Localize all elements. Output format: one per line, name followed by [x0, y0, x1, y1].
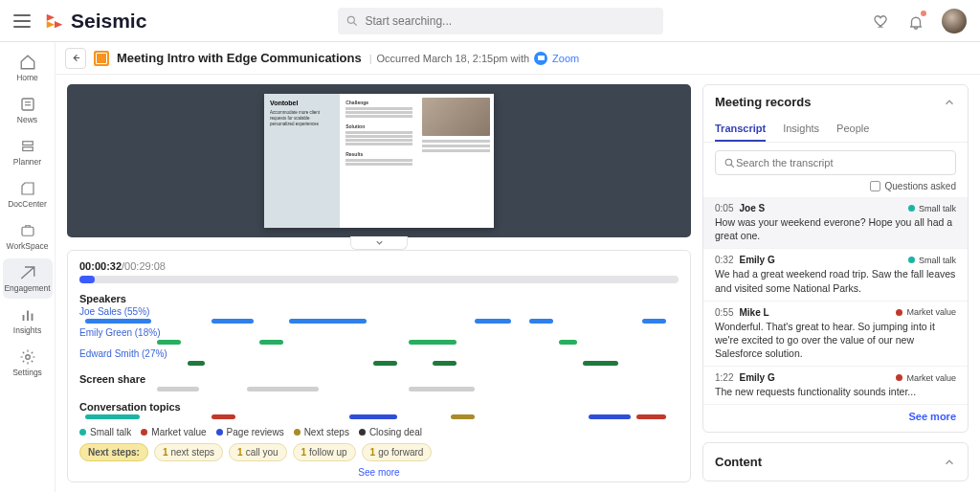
transcript-entry[interactable]: 0:55Mike LMarket valueWonderful. That's … — [703, 302, 968, 368]
nav-label: Insights — [13, 325, 41, 335]
svg-rect-5 — [22, 142, 33, 145]
planner-icon — [19, 138, 36, 155]
svg-line-13 — [731, 165, 734, 168]
content-collapse[interactable] — [943, 456, 956, 469]
arrow-left-icon — [71, 53, 81, 63]
nav-label: Engagement — [4, 283, 50, 293]
chip-header: Next steps: — [79, 443, 148, 461]
home-icon — [19, 54, 36, 71]
search-icon — [724, 157, 736, 169]
engagement-icon — [19, 264, 36, 281]
transcript-entry[interactable]: 0:05Joe SSmall talkHow was your weekend … — [703, 197, 968, 249]
notifications-icon[interactable] — [907, 12, 924, 30]
left-nav: HomeNewsPlannerDocCenterWorkSpaceEngagem… — [0, 42, 56, 492]
timeline-see-more[interactable]: See more — [79, 467, 679, 478]
nav-home[interactable]: Home — [3, 48, 53, 88]
nav-settings[interactable]: Settings — [3, 343, 53, 383]
legend-item: Page reviews — [216, 427, 284, 437]
menu-toggle[interactable] — [13, 12, 31, 30]
timeline-panel: 00:00:32/00:29:08 Speakers Joe Sales (55… — [67, 250, 691, 482]
transcript-see-more[interactable]: See more — [703, 405, 968, 432]
content-title: Content — [715, 455, 762, 469]
tab-people[interactable]: People — [836, 117, 869, 142]
zoom-icon — [534, 52, 547, 65]
speaker-link[interactable]: Joe Sales (55%) — [79, 306, 679, 317]
user-avatar[interactable] — [942, 9, 967, 34]
legend-item: Next steps — [294, 427, 349, 437]
screen-share-track — [79, 387, 679, 391]
document-thumbnail[interactable]: Vontobel Accommodate more client request… — [264, 94, 494, 228]
meeting-badge-icon — [94, 51, 109, 66]
next-step-chip[interactable]: 1follow up — [293, 443, 356, 461]
tab-insights[interactable]: Insights — [783, 117, 819, 142]
meeting-occurrence: | Occurred March 18, 2:15pm with Zoom — [369, 52, 580, 65]
svg-line-1 — [354, 22, 357, 25]
meeting-records-card: Meeting records TranscriptInsightsPeople… — [702, 84, 969, 433]
speaker-track — [79, 361, 679, 366]
next-steps-chips: Next steps:1next steps1call you1follow u… — [79, 443, 679, 461]
svg-rect-6 — [22, 147, 33, 151]
nav-insights[interactable]: Insights — [3, 301, 53, 341]
scrubber[interactable] — [79, 276, 679, 283]
transcript-search[interactable] — [715, 150, 956, 175]
svg-rect-7 — [22, 227, 33, 235]
legend-item: Closing deal — [359, 427, 422, 437]
favorites-icon[interactable] — [873, 12, 890, 30]
topics-legend: Small talkMarket valuePage reviewsNext s… — [79, 427, 679, 437]
svg-point-12 — [725, 159, 732, 166]
svg-rect-2 — [22, 99, 33, 110]
transcript-search-input[interactable] — [736, 157, 947, 168]
news-icon — [19, 96, 36, 113]
topics-track — [79, 414, 679, 419]
nav-label: News — [17, 115, 37, 124]
logo-icon — [44, 11, 65, 32]
nav-label: Settings — [12, 368, 42, 377]
playhead-time: 00:00:32/00:29:08 — [79, 260, 679, 272]
content-card: Content — [702, 442, 969, 481]
brand-logo[interactable]: Seismic — [44, 10, 146, 33]
workspace-icon — [19, 222, 36, 239]
nav-label: DocCenter — [8, 199, 47, 209]
records-collapse[interactable] — [943, 96, 956, 109]
nav-label: Home — [16, 73, 38, 82]
nav-news[interactable]: News — [3, 90, 53, 130]
collapse-preview-toggle[interactable] — [350, 236, 408, 250]
records-title: Meeting records — [715, 95, 811, 109]
next-step-chip[interactable]: 1call you — [229, 443, 286, 461]
transcript-entry[interactable]: 0:32Emily GSmall talkWe had a great week… — [703, 249, 968, 301]
checkbox-icon — [870, 181, 880, 191]
svg-point-11 — [25, 355, 30, 360]
nav-label: WorkSpace — [7, 241, 49, 251]
speaker-link[interactable]: Edward Smith (27%) — [79, 348, 679, 359]
brand-name: Seismic — [71, 10, 146, 33]
back-button[interactable] — [65, 48, 86, 69]
legend-item: Small talk — [79, 427, 131, 437]
transcript-entry[interactable]: 1:22Emily GMarket valueThe new requests … — [703, 367, 968, 405]
settings-icon — [19, 348, 36, 366]
search-input[interactable] — [365, 14, 656, 28]
speaker-link[interactable]: Emily Green (18%) — [79, 327, 679, 338]
nav-doccenter[interactable]: DocCenter — [3, 174, 53, 214]
search-icon — [345, 14, 359, 28]
speaker-track — [79, 319, 679, 324]
nav-engagement[interactable]: Engagement — [3, 258, 53, 299]
next-step-chip[interactable]: 1go forward — [362, 443, 433, 461]
nav-workspace[interactable]: WorkSpace — [3, 216, 53, 257]
next-step-chip[interactable]: 1next steps — [154, 443, 223, 461]
chevron-down-icon — [374, 237, 385, 248]
nav-label: Planner — [13, 157, 41, 167]
global-search[interactable] — [338, 8, 663, 34]
topics-heading: Conversation topics — [79, 401, 679, 413]
tab-transcript[interactable]: Transcript — [715, 117, 766, 142]
speakers-heading: Speakers — [79, 293, 679, 304]
svg-point-0 — [348, 16, 355, 23]
speaker-track — [79, 340, 679, 345]
doccenter-icon — [19, 180, 36, 197]
content-preview: Vontobel Accommodate more client request… — [67, 84, 691, 237]
insights-icon — [19, 306, 36, 324]
questions-asked-toggle[interactable]: Questions asked — [703, 181, 968, 197]
nav-planner[interactable]: Planner — [3, 132, 53, 172]
screen-share-heading: Screen share — [79, 373, 679, 385]
page-title: Meeting Intro with Edge Communications — [117, 51, 362, 65]
legend-item: Market value — [141, 427, 206, 437]
